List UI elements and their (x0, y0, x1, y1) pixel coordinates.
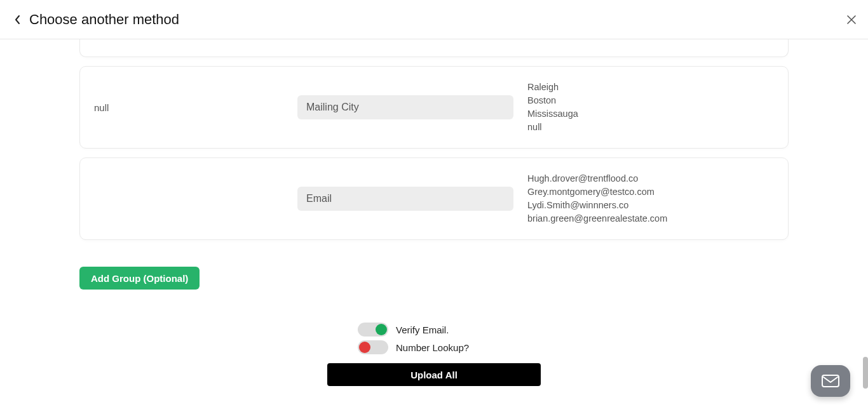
mapping-row-mailing-city: null Mailing City Raleigh Boston Mississ… (79, 66, 789, 149)
field-select-email[interactable]: Email (297, 187, 513, 211)
mail-icon (822, 375, 839, 387)
mapping-row-inner: Email Hugh.drover@trentflood.co Grey.mon… (80, 158, 788, 239)
close-icon (846, 15, 857, 25)
sample-value: brian.green@greenrealestate.com (527, 212, 774, 225)
chat-widget-button[interactable] (811, 365, 850, 397)
number-lookup-label: Number Lookup? (396, 342, 469, 353)
number-lookup-toggle[interactable] (358, 340, 388, 354)
field-select-wrapper: Email (297, 187, 513, 211)
page-title: Choose another method (29, 11, 179, 28)
source-value: null (94, 102, 297, 113)
content-area: null Mailing City Raleigh Boston Mississ… (0, 39, 868, 407)
mapping-row-email: Email Hugh.drover@trentflood.co Grey.mon… (79, 157, 789, 240)
verify-email-label: Verify Email. (396, 324, 449, 335)
vertical-scrollbar[interactable] (863, 39, 868, 407)
toggle-row-verify-email: Verify Email. (307, 323, 561, 337)
mapping-row-inner: null Mailing City Raleigh Boston Mississ… (80, 67, 788, 148)
sample-value: Grey.montgomery@testco.com (527, 185, 774, 199)
sample-values: Raleigh Boston Mississauga null (513, 81, 774, 134)
sample-value: Mississauga (527, 107, 774, 121)
back-button[interactable] (10, 12, 25, 27)
upload-all-button[interactable]: Upload All (327, 363, 541, 386)
sample-value: Raleigh (527, 81, 774, 94)
header-bar: Choose another method (0, 0, 868, 39)
sample-value: Lydi.Smith@winnners.co (527, 199, 774, 212)
field-select-mailing-city[interactable]: Mailing City (297, 95, 513, 119)
toggle-knob (359, 342, 370, 353)
mapping-row-partial (79, 39, 789, 57)
svg-rect-0 (822, 375, 839, 387)
main-column: null Mailing City Raleigh Boston Mississ… (79, 39, 789, 386)
add-group-button[interactable]: Add Group (Optional) (79, 267, 200, 290)
toggle-row-number-lookup: Number Lookup? (307, 340, 561, 354)
toggle-knob (376, 324, 387, 335)
sample-value: null (527, 121, 774, 134)
scrollbar-thumb[interactable] (863, 357, 868, 389)
sample-value: Hugh.drover@trentflood.co (527, 172, 774, 185)
close-button[interactable] (844, 12, 859, 27)
verify-email-toggle[interactable] (358, 323, 388, 337)
toggles-block: Verify Email. Number Lookup? (307, 323, 561, 354)
sample-values: Hugh.drover@trentflood.co Grey.montgomer… (513, 172, 774, 225)
sample-value: Boston (527, 94, 774, 107)
field-select-wrapper: Mailing City (297, 95, 513, 119)
chevron-left-icon (14, 15, 22, 25)
field-select-label: Email (306, 193, 332, 204)
field-select-label: Mailing City (306, 102, 359, 113)
